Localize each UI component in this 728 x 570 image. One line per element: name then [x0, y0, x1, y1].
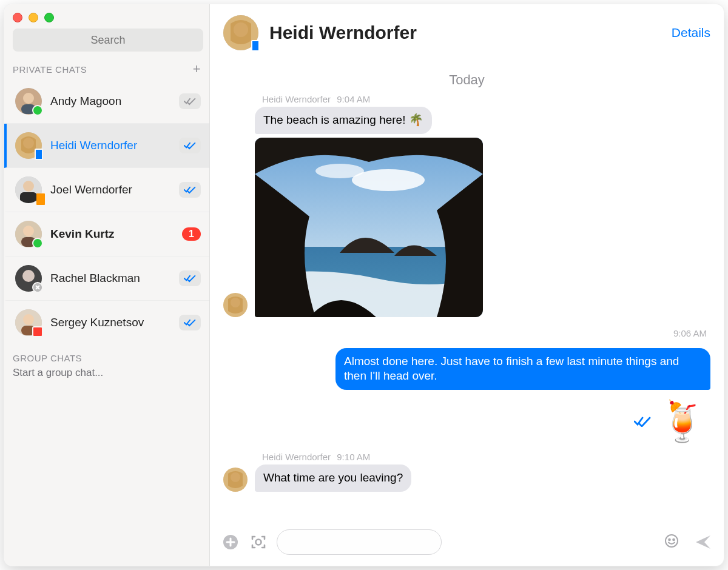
read-receipt-icon — [179, 182, 201, 198]
svg-point-29 — [666, 535, 678, 547]
sender-avatar[interactable] — [223, 468, 248, 492]
chat-item-label: Andy Magoon — [50, 95, 170, 108]
message-out: 9:06 AM Almost done here. Just have to f… — [223, 328, 710, 441]
chat-item-label: Kevin Kurtz — [50, 227, 174, 241]
presence-away-icon — [36, 193, 45, 205]
presence-mobile-icon — [251, 40, 260, 52]
message-in: Heidi Werndorfer 9:10 AM What time are y… — [223, 452, 710, 492]
window-traffic-lights — [4, 4, 209, 22]
presence-online-icon — [32, 238, 43, 249]
details-button[interactable]: Details — [672, 25, 710, 40]
chat-item-heidi[interactable]: Heidi Werndorfer — [4, 124, 209, 168]
sidebar: PRIVATE CHATS + Andy Magoon Heidi W — [4, 4, 210, 566]
svg-point-1 — [23, 93, 34, 104]
svg-point-6 — [23, 181, 34, 192]
unread-badge: 1 — [182, 227, 201, 241]
svg-point-15 — [23, 314, 34, 325]
avatar — [15, 176, 42, 203]
svg-rect-7 — [20, 192, 37, 203]
message-photo[interactable] — [255, 138, 483, 317]
capture-button[interactable] — [249, 532, 268, 552]
presence-busy-icon — [32, 326, 43, 337]
conversation-pane: Heidi Werndorfer Details Today Heidi Wer… — [210, 4, 724, 566]
composer — [210, 523, 724, 566]
close-window-button[interactable] — [13, 13, 22, 22]
read-receipt-icon — [179, 138, 201, 153]
read-receipt-icon — [179, 315, 201, 330]
avatar — [15, 221, 42, 247]
avatar — [15, 88, 42, 115]
svg-point-30 — [669, 539, 670, 541]
message-sender-label: Heidi Werndorfer 9:04 AM — [262, 94, 483, 104]
presence-mobile-icon — [35, 149, 43, 160]
message-in: Heidi Werndorfer 9:04 AM The beach is am… — [223, 94, 710, 317]
presence-offline-icon — [32, 282, 43, 293]
private-chat-list: Andy Magoon Heidi Werndorfer — [4, 79, 209, 344]
avatar — [15, 309, 42, 336]
message-timestamp: 9:06 AM — [673, 328, 707, 338]
svg-point-9 — [23, 226, 34, 236]
read-receipt-icon — [179, 270, 201, 286]
chat-item-label: Heidi Werndorfer — [50, 139, 170, 152]
svg-point-28 — [256, 540, 261, 545]
chat-window: PRIVATE CHATS + Andy Magoon Heidi W — [4, 4, 724, 566]
fullscreen-window-button[interactable] — [44, 13, 54, 22]
chat-item-label: Sergey Kuznetsov — [50, 316, 170, 329]
day-separator: Today — [223, 72, 710, 88]
avatar — [15, 265, 42, 292]
start-group-chat-button[interactable]: Start a group chat... — [13, 367, 201, 379]
double-check-icon — [634, 416, 651, 427]
presence-online-icon — [32, 105, 43, 116]
new-private-chat-button[interactable]: + — [193, 62, 201, 76]
search-input[interactable] — [13, 29, 203, 52]
chat-item-label: Joel Werndorfer — [50, 183, 170, 196]
chat-item-andy[interactable]: Andy Magoon — [4, 79, 209, 124]
chat-item-kevin[interactable]: Kevin Kurtz 1 — [4, 212, 209, 256]
message-bubble[interactable]: The beach is amazing here! 🌴 — [255, 107, 432, 134]
message-sender-label: Heidi Werndorfer 9:10 AM — [262, 452, 411, 462]
conversation-title: Heidi Werndorfer — [269, 22, 661, 43]
header-avatar[interactable] — [223, 15, 258, 50]
minimize-window-button[interactable] — [29, 13, 38, 22]
conversation-header: Heidi Werndorfer Details — [210, 4, 724, 61]
message-input[interactable] — [277, 529, 442, 555]
group-chats-header: GROUP CHATS — [13, 353, 201, 363]
avatar — [15, 132, 42, 159]
send-button[interactable] — [693, 532, 713, 552]
read-receipt-icon — [179, 93, 201, 109]
chat-item-label: Rachel Blackman — [50, 272, 170, 285]
message-list[interactable]: Today Heidi Werndorfer 9:04 AM The beach… — [210, 61, 724, 523]
attach-button[interactable] — [221, 532, 240, 552]
svg-point-12 — [22, 270, 35, 282]
read-receipt-row: 🍹 — [634, 402, 707, 441]
reaction-emoji[interactable]: 🍹 — [658, 402, 707, 441]
private-chats-header: PRIVATE CHATS — [13, 64, 87, 75]
chat-item-sergey[interactable]: Sergey Kuznetsov — [4, 301, 209, 344]
svg-point-23 — [315, 164, 364, 178]
chat-item-rachel[interactable]: Rachel Blackman — [4, 256, 209, 301]
chat-item-joel[interactable]: Joel Werndorfer — [4, 168, 209, 212]
sender-avatar[interactable] — [223, 293, 248, 317]
svg-point-31 — [673, 539, 675, 541]
message-bubble[interactable]: What time are you leaving? — [255, 464, 411, 492]
message-bubble[interactable]: Almost done here. Just have to finish a … — [335, 348, 710, 390]
emoji-picker-button[interactable] — [664, 534, 679, 551]
